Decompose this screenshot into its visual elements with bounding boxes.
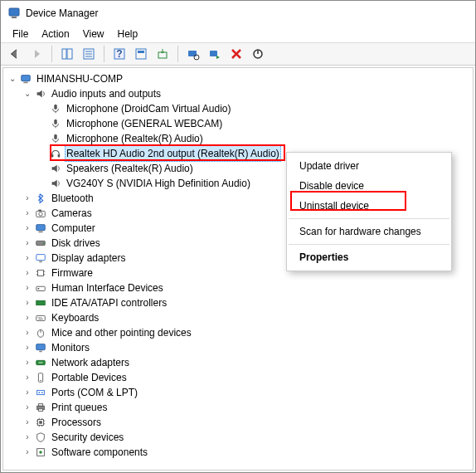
expand-icon[interactable]: ›	[22, 372, 33, 383]
expand-icon[interactable]: ›	[22, 327, 33, 339]
software-icon	[34, 446, 47, 459]
svg-rect-15	[210, 51, 217, 56]
action-button[interactable]	[132, 45, 150, 63]
help-button[interactable]: ?	[110, 45, 129, 63]
svg-rect-28	[36, 225, 46, 231]
app-title: Device Manager	[26, 7, 98, 19]
expand-icon[interactable]: ›	[22, 342, 33, 354]
svg-point-31	[43, 242, 45, 244]
nav-back-button[interactable]	[6, 45, 24, 63]
tree-cat-label: Audio inputs and outputs	[50, 86, 163, 101]
disable-device-button[interactable]	[206, 45, 224, 63]
tree-cat-network[interactable]: ›Network adapters	[22, 355, 473, 370]
power-button[interactable]	[249, 45, 267, 63]
tree-cat-label: Cameras	[50, 206, 94, 221]
tree-cat-label: Firmware	[50, 266, 95, 280]
menu-help[interactable]: Help	[111, 28, 145, 40]
speaker-icon	[49, 162, 62, 175]
show-hide-tree-button[interactable]	[58, 45, 76, 63]
display-icon	[34, 251, 47, 265]
properties-button[interactable]	[80, 45, 98, 63]
tree-cat-software[interactable]: ›Software components	[22, 445, 473, 460]
tree-cat-audio[interactable]: ⌄ Audio inputs and outputs	[22, 86, 473, 101]
bluetooth-icon	[34, 192, 47, 205]
svg-rect-44	[39, 317, 40, 318]
expand-icon[interactable]: ›	[22, 446, 33, 458]
tree-cat-label: Display adapters	[50, 251, 127, 266]
svg-rect-2	[62, 49, 66, 59]
svg-rect-27	[38, 210, 41, 212]
scan-hardware-button[interactable]	[184, 45, 202, 63]
tree-cat-processors[interactable]: ›Processors	[22, 415, 473, 430]
expand-icon[interactable]: ›	[22, 417, 33, 428]
menu-action[interactable]: Action	[35, 28, 75, 40]
tree-cat-security[interactable]: ›Security devices	[22, 430, 473, 445]
uninstall-device-button[interactable]	[227, 45, 245, 63]
chip-icon	[34, 266, 47, 280]
expand-icon[interactable]: ›	[22, 252, 33, 264]
computer-icon	[19, 72, 32, 85]
tree-cat-monitors[interactable]: ›Monitors	[22, 340, 473, 355]
expand-icon[interactable]: ›	[22, 357, 33, 368]
ctx-update-driver[interactable]: Update driver	[288, 156, 450, 176]
headphone-icon	[49, 147, 62, 160]
nav-forward-button[interactable]	[27, 45, 46, 63]
expand-icon[interactable]: ›	[22, 432, 33, 443]
tree-cat-keyboards[interactable]: ›Keyboards	[22, 310, 473, 325]
tree-item-label: Microphone (DroidCam Virtual Audio)	[65, 101, 233, 116]
tree-cat-label: Ports (COM & LPT)	[50, 385, 139, 400]
tree-cat-printq[interactable]: ›Print queues	[22, 400, 473, 415]
menu-bar: File Action View Help	[1, 26, 475, 42]
update-driver-button[interactable]	[153, 45, 172, 63]
expand-icon[interactable]: ›	[22, 267, 33, 279]
tree-root-label: HIMANSHU-COMP	[35, 71, 124, 86]
tree-cat-label: Human Interface Devices	[50, 280, 165, 295]
expand-icon[interactable]: ›	[22, 297, 33, 309]
expand-icon[interactable]: ›	[22, 312, 33, 324]
collapse-icon[interactable]: ⌄	[22, 88, 33, 100]
svg-rect-62	[39, 421, 42, 424]
svg-rect-42	[36, 315, 46, 320]
toolbar: ?	[1, 42, 475, 66]
tree-item-mic-general[interactable]: Microphone (GENERAL WEBCAM)	[36, 116, 473, 131]
svg-rect-34	[38, 271, 44, 276]
tree-cat-ide[interactable]: ›IDE ATA/ATAPI controllers	[22, 295, 473, 310]
tree-root[interactable]: ⌄ HIMANSHU-COMP	[7, 71, 473, 86]
title-bar: Device Manager	[1, 1, 475, 26]
ctx-scan-hardware[interactable]: Scan for hardware changes	[288, 222, 450, 241]
menu-file[interactable]: File	[6, 28, 35, 40]
camera-icon	[34, 207, 47, 220]
svg-rect-19	[23, 82, 27, 84]
tree-cat-hid[interactable]: ›Human Interface Devices	[22, 280, 473, 295]
expand-icon[interactable]: ›	[22, 402, 33, 413]
expand-icon[interactable]: ›	[22, 207, 33, 219]
microphone-icon	[49, 117, 62, 130]
svg-rect-39	[36, 286, 46, 290]
tree-cat-label: Keyboards	[50, 310, 100, 325]
ctx-disable-device[interactable]: Disable device	[288, 176, 450, 196]
expand-icon[interactable]: ›	[22, 222, 33, 234]
collapse-icon[interactable]: ⌄	[7, 73, 18, 85]
expand-icon[interactable]: ›	[22, 237, 33, 249]
expand-icon[interactable]: ›	[22, 193, 33, 204]
svg-rect-1	[12, 17, 17, 18]
svg-point-72	[39, 451, 42, 454]
ctx-properties[interactable]: Properties	[288, 247, 450, 267]
ctx-uninstall-device[interactable]: Uninstall device	[288, 196, 450, 216]
tree-cat-ports[interactable]: ›Ports (COM & LPT)	[22, 385, 473, 400]
expand-icon[interactable]: ›	[22, 282, 33, 294]
computer-icon	[34, 222, 47, 235]
menu-view[interactable]: View	[76, 28, 111, 40]
disk-icon	[34, 236, 47, 250]
tree-cat-portable[interactable]: ›Portable Devices	[22, 370, 473, 385]
tree-cat-mice[interactable]: ›Mice and other pointing devices	[22, 325, 473, 340]
tree-item-mic-realtek[interactable]: Microphone (Realtek(R) Audio)	[36, 131, 473, 146]
svg-rect-29	[38, 232, 42, 233]
tree-cat-label: Software components	[50, 445, 149, 460]
tree-item-mic-droidcam[interactable]: Microphone (DroidCam Virtual Audio)	[36, 101, 473, 116]
svg-point-26	[39, 212, 42, 216]
microphone-icon	[49, 132, 62, 145]
expand-icon[interactable]: ›	[22, 387, 33, 398]
svg-rect-10	[136, 49, 146, 59]
svg-rect-59	[38, 404, 42, 407]
